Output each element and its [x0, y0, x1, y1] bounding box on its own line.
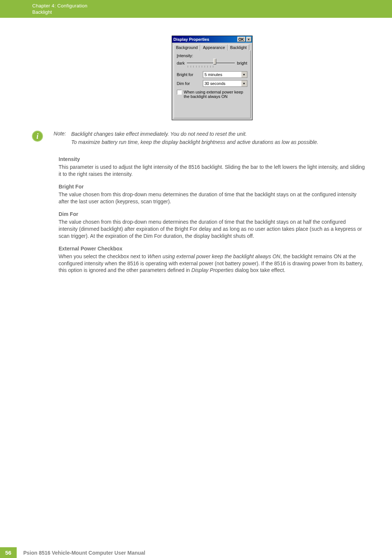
tab-background[interactable]: Background	[174, 45, 201, 50]
tab-panel: Intensity: dark |||||||||| bright Bright…	[174, 50, 251, 118]
page-number: 56	[0, 547, 17, 558]
header-chapter: Chapter 4: Configuration	[32, 3, 392, 9]
screenshot-wrap: Display Properties OK × Background Appea…	[59, 36, 365, 120]
external-power-label: When using external power keep the backl…	[184, 90, 247, 99]
page-header: Chapter 4: Configuration Backlight	[0, 0, 392, 18]
header-section: Backlight	[32, 9, 392, 15]
dialog-title: Display Properties	[174, 37, 210, 42]
intensity-slider[interactable]: ||||||||||	[187, 59, 235, 67]
intensity-slider-row: dark |||||||||| bright	[177, 59, 247, 67]
bright-for-heading: Bright For	[59, 184, 365, 190]
chevron-down-icon: ▼	[241, 72, 247, 78]
page-footer: 56 Psion 8516 Vehicle-Mount Computer Use…	[0, 547, 145, 558]
chevron-down-icon: ▼	[241, 81, 247, 86]
external-paragraph: When you select the checkbox next to Whe…	[59, 253, 365, 274]
display-properties-dialog: Display Properties OK × Background Appea…	[172, 36, 253, 120]
note-label: Note:	[48, 131, 66, 147]
note-block: i Note: Backlight changes take effect im…	[32, 131, 365, 147]
ok-button[interactable]: OK	[237, 37, 246, 42]
bright-for-label: Bright for	[177, 72, 203, 77]
note-line-1: Backlight changes take effect immediatel…	[71, 131, 318, 138]
intensity-paragraph: This parameter is used to adjust the lig…	[59, 164, 365, 178]
info-icon: i	[32, 131, 43, 142]
tab-backlight[interactable]: Backlight	[228, 45, 250, 50]
external-power-row: When using external power keep the backl…	[177, 90, 247, 99]
slider-thumb[interactable]	[213, 59, 216, 65]
page-content: Display Properties OK × Background Appea…	[0, 18, 392, 274]
intensity-heading: Intensity	[59, 156, 365, 162]
external-power-checkbox[interactable]	[177, 90, 182, 95]
external-heading: External Power Checkbox	[59, 246, 365, 252]
dim-for-label: Dim for	[177, 81, 203, 86]
dim-for-row: Dim for 30 seconds ▼	[177, 80, 247, 87]
dialog-tabs: Background Appearance Backlight	[172, 43, 252, 50]
bright-for-paragraph: The value chosen from this drop-down men…	[59, 191, 365, 205]
bright-for-select[interactable]: 5 minutes ▼	[203, 71, 247, 78]
bright-label: bright	[237, 61, 247, 65]
dialog-titlebar: Display Properties OK ×	[172, 36, 252, 43]
dim-for-select[interactable]: 30 seconds ▼	[203, 80, 247, 87]
intensity-label: Intensity:	[177, 53, 247, 58]
footer-title: Psion 8516 Vehicle-Mount Computer User M…	[17, 550, 145, 556]
close-button[interactable]: ×	[246, 37, 251, 42]
dark-label: dark	[177, 61, 185, 65]
tab-appearance[interactable]: Appearance	[200, 45, 227, 50]
dim-for-value: 30 seconds	[203, 81, 241, 86]
note-line-2: To maximize battery run time, keep the d…	[71, 139, 318, 146]
dim-for-heading: Dim For	[59, 211, 365, 217]
bright-for-value: 5 minutes	[203, 72, 241, 77]
dim-for-paragraph: The value chosen from this drop-down men…	[59, 219, 365, 240]
note-text: Backlight changes take effect immediatel…	[71, 131, 318, 147]
bright-for-row: Bright for 5 minutes ▼	[177, 71, 247, 78]
